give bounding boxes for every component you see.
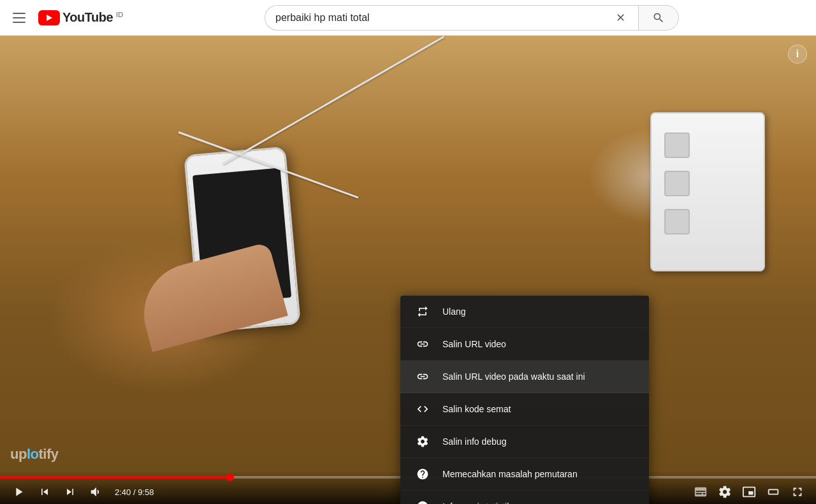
next-icon (64, 486, 76, 498)
statistik-label: Informasi statistik (442, 501, 511, 504)
scene-outlet-3 (664, 209, 690, 234)
scene-powerstrip (650, 112, 765, 271)
fullscreen-icon (790, 485, 805, 499)
watermark-prefix: up (10, 446, 27, 462)
context-menu-item-pecahkan[interactable]: Memecahkan masalah pemutaran (400, 458, 649, 491)
play-button[interactable] (8, 482, 29, 501)
volume-button[interactable] (85, 482, 107, 501)
prev-button[interactable] (34, 483, 55, 501)
context-menu-item-salin-url-waktu[interactable]: Salin URL video pada waktu saat ini (400, 361, 649, 393)
help-icon (416, 467, 430, 481)
search-container: ✕ (265, 5, 679, 31)
watermark-suffix: tify (38, 446, 58, 462)
watermark-accent: lo (27, 446, 39, 462)
volume-icon (89, 485, 103, 499)
context-menu-item-ulang[interactable]: Ulang (400, 296, 649, 328)
subtitles-icon (694, 485, 708, 499)
context-menu-item-salin-kode[interactable]: Salin kode semat (400, 393, 649, 426)
context-menu: Ulang Salin URL video Salin URL video pa… (400, 296, 649, 504)
pecahkan-label: Memecahkan masalah pemutaran (442, 469, 578, 479)
yt-wordmark: YouTube (62, 10, 113, 25)
theater-button[interactable] (762, 482, 784, 501)
ulang-label: Ulang (442, 306, 466, 317)
time-current: 2:40 (115, 487, 131, 497)
header: YouTube ID ✕ (0, 0, 816, 36)
next-button[interactable] (60, 483, 80, 501)
stats-icon (416, 500, 430, 504)
scene-cable (222, 36, 444, 165)
repeat-icon (416, 305, 430, 319)
settings-icon (718, 485, 732, 499)
search-input-wrapper: ✕ (265, 5, 638, 31)
scene-hand (133, 242, 288, 352)
link-icon-2 (416, 370, 430, 384)
menu-button[interactable] (10, 10, 28, 25)
salin-url-waktu-label: Salin URL video pada waktu saat ini (442, 371, 585, 382)
search-input[interactable] (275, 12, 613, 24)
code-icon (416, 402, 430, 416)
salin-url-label: Salin URL video (442, 339, 506, 349)
youtube-logo[interactable]: YouTube ID (38, 10, 123, 25)
scene-outlet-2 (664, 171, 690, 196)
context-menu-item-salin-url[interactable]: Salin URL video (400, 328, 649, 361)
prev-icon (38, 486, 51, 498)
watermark: uplotify (10, 446, 58, 463)
search-clear-button[interactable]: ✕ (613, 8, 628, 27)
controls-right (690, 482, 808, 501)
settings-button[interactable] (714, 482, 736, 501)
link-icon-1 (416, 337, 430, 351)
search-icon (652, 11, 665, 24)
time-display: 2:40 / 9:58 (115, 487, 154, 497)
salin-kode-label: Salin kode semat (442, 404, 511, 414)
yt-icon-svg (38, 10, 60, 25)
info-button[interactable]: i (788, 45, 807, 64)
yt-country: ID (116, 11, 123, 18)
header-center: ✕ (138, 5, 806, 31)
miniplayer-button[interactable] (738, 482, 760, 501)
subtitles-button[interactable] (690, 482, 711, 501)
yt-logo-group: YouTube ID (38, 10, 123, 25)
info-icon: i (796, 48, 799, 60)
fullscreen-button[interactable] (787, 482, 808, 501)
progress-bar-fill (0, 476, 230, 479)
miniplayer-icon (742, 485, 756, 499)
watermark-text: uplotify (10, 446, 58, 463)
time-total: 9:58 (138, 487, 154, 497)
scene-outlet-1 (664, 133, 690, 158)
theater-icon (766, 485, 780, 499)
header-left: YouTube ID (10, 10, 138, 25)
context-menu-item-salin-debug[interactable]: Salin info debug (400, 426, 649, 458)
salin-debug-label: Salin info debug (442, 436, 506, 447)
video-container[interactable]: i uplotify Ulang Salin URL video (0, 36, 816, 504)
search-submit-button[interactable] (638, 5, 679, 31)
play-icon (11, 485, 26, 499)
context-menu-item-statistik[interactable]: Informasi statistik (400, 491, 649, 504)
debug-icon (416, 435, 430, 449)
